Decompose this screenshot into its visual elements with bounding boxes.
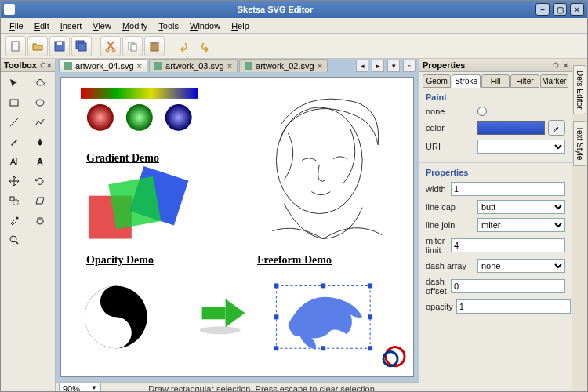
svg-point-35: [111, 328, 121, 337]
tab-close[interactable]: ×: [227, 61, 232, 71]
ellipse-tool[interactable]: [28, 93, 52, 112]
eyedropper-button[interactable]: [548, 120, 565, 136]
tab-artwork-02[interactable]: artwork_02.svg×: [239, 59, 328, 72]
minimize-button[interactable]: –: [535, 3, 550, 16]
props-section-title: Properties: [426, 168, 565, 177]
new-button[interactable]: [5, 36, 26, 56]
pin-icon[interactable]: [38, 60, 45, 70]
tab-stroke[interactable]: Stroke: [452, 74, 480, 88]
tab-scroll-left[interactable]: ◂: [356, 60, 368, 72]
svg-point-28: [126, 104, 153, 131]
properties-close[interactable]: ×: [564, 60, 568, 70]
side-tab-defs-editor[interactable]: Defs Editor: [573, 65, 586, 114]
tab-filter[interactable]: Filter: [510, 74, 539, 88]
dash-array-select[interactable]: none: [477, 259, 565, 273]
side-tabs: Defs Editor Text Style: [572, 59, 587, 391]
eyedropper-tool[interactable]: [2, 211, 26, 230]
line-cap-select[interactable]: butt: [477, 200, 565, 214]
move-tool[interactable]: [2, 172, 26, 191]
copy-button[interactable]: [122, 36, 143, 56]
menu-tools[interactable]: Tools: [153, 20, 184, 32]
menu-insert[interactable]: Insert: [55, 20, 88, 32]
pen-tool[interactable]: [28, 132, 52, 151]
line-tool[interactable]: [2, 113, 26, 132]
editor-area: artwork_04.svg× artwork_03.svg× artwork_…: [56, 59, 419, 391]
svg-point-27: [87, 104, 114, 131]
svg-point-21: [10, 236, 16, 242]
toolbar: [1, 34, 587, 59]
paint-none-radio[interactable]: [477, 107, 487, 116]
document-tabs: artwork_04.svg× artwork_03.svg× artwork_…: [56, 59, 419, 72]
menu-help[interactable]: Help: [226, 20, 255, 32]
open-button[interactable]: [27, 36, 48, 56]
menu-file[interactable]: File: [4, 20, 29, 32]
svg-rect-12: [10, 100, 18, 106]
lasso-tool[interactable]: [28, 74, 52, 93]
chevron-down-icon: ▼: [91, 384, 97, 391]
svg-point-49: [554, 63, 558, 67]
window-title: Sketsa SVG Editor: [18, 5, 532, 14]
cut-button[interactable]: [100, 36, 121, 56]
menu-edit[interactable]: Edit: [29, 20, 55, 32]
hand-tool[interactable]: [28, 211, 52, 230]
undo-button[interactable]: [173, 36, 194, 56]
svg-rect-0: [12, 42, 19, 51]
status-hint: Draw rectangular selection. Press escape…: [104, 384, 419, 391]
pencil-tool[interactable]: [2, 132, 26, 151]
statusbar: 90%▼ Draw rectangular selection. Press e…: [56, 382, 419, 391]
toolbox-header: Toolbox ×: [1, 59, 55, 72]
selection-tool[interactable]: [2, 74, 26, 93]
canvas[interactable]: Gradient Demo Opacity Demo Freeform Demo: [60, 77, 414, 377]
properties-header: Properties ×: [419, 59, 572, 72]
save-button[interactable]: [49, 36, 70, 56]
menubar: File Edit Insert View Modify Tools Windo…: [1, 18, 587, 34]
tab-close[interactable]: ×: [137, 61, 142, 71]
pin-icon[interactable]: [551, 60, 561, 70]
save-all-button[interactable]: [71, 36, 92, 56]
maximize-button[interactable]: ▢: [553, 3, 567, 16]
dash-offset-input[interactable]: [451, 279, 565, 293]
svg-rect-26: [81, 88, 198, 99]
zoom-combo[interactable]: 90%▼: [59, 383, 101, 391]
tab-fill[interactable]: Fill: [481, 74, 510, 88]
text-tool[interactable]: A: [2, 152, 26, 171]
menu-view[interactable]: View: [87, 20, 117, 32]
paste-button[interactable]: [144, 36, 165, 56]
svg-rect-42: [368, 283, 372, 288]
paint-uri-select[interactable]: [477, 140, 565, 154]
scale-tool[interactable]: [2, 191, 26, 210]
redo-button[interactable]: [195, 36, 216, 56]
menu-window[interactable]: Window: [184, 20, 226, 32]
tab-marker[interactable]: Marker: [540, 74, 568, 88]
svg-rect-8: [131, 44, 136, 51]
tab-geom[interactable]: Geom: [423, 74, 451, 88]
tab-scroll-right[interactable]: ▸: [372, 60, 384, 72]
properties-panel: Properties × Geom Stroke Fill Filter Mar…: [419, 59, 572, 391]
tab-close[interactable]: ×: [318, 61, 322, 71]
stroke-width-input[interactable]: [451, 182, 565, 196]
miter-limit-input[interactable]: [451, 238, 565, 252]
rotate-tool[interactable]: [28, 172, 52, 191]
stroke-color-swatch[interactable]: [477, 121, 545, 135]
menu-modify[interactable]: Modify: [117, 20, 153, 32]
stroke-opacity-input[interactable]: [456, 299, 571, 314]
svg-rect-44: [368, 314, 372, 319]
polyline-tool[interactable]: [28, 113, 52, 132]
svg-rect-47: [368, 346, 372, 350]
close-button[interactable]: ×: [570, 3, 584, 16]
toolbox-panel: Toolbox × A A: [1, 59, 56, 391]
skew-tool[interactable]: [28, 191, 52, 210]
svg-text:A: A: [37, 157, 43, 166]
svg-point-11: [41, 63, 45, 67]
tab-maximize[interactable]: ▫: [403, 60, 416, 72]
tab-artwork-03[interactable]: artwork_03.svg×: [149, 59, 238, 72]
text-block-tool[interactable]: A: [28, 152, 52, 171]
tab-artwork-04[interactable]: artwork_04.svg×: [59, 59, 147, 72]
rect-tool[interactable]: [2, 93, 26, 112]
tab-menu[interactable]: ▾: [387, 60, 400, 72]
side-tab-text-style[interactable]: Text Style: [573, 121, 586, 165]
line-join-select[interactable]: miter: [477, 218, 565, 232]
toolbox-close[interactable]: ×: [47, 60, 52, 70]
zoom-tool[interactable]: [2, 230, 26, 249]
paint-color-label: color: [426, 123, 474, 132]
